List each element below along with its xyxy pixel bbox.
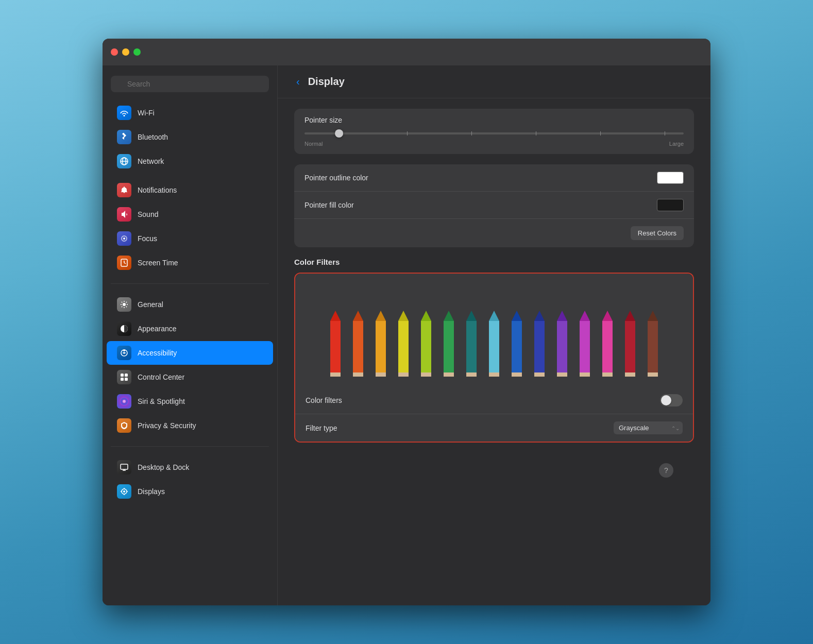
pencil-purple-body bbox=[557, 321, 567, 372]
sidebar-item-wifi[interactable]: Wi-Fi bbox=[107, 101, 273, 125]
pencil-green bbox=[438, 311, 460, 377]
bottom-bar: ? bbox=[294, 453, 694, 488]
svg-line-5 bbox=[124, 263, 126, 264]
filter-type-label: Filter type bbox=[306, 424, 614, 432]
pencil-blue-ferrule bbox=[512, 372, 522, 377]
pencil-indigo bbox=[529, 311, 550, 377]
search-container: 🔍 bbox=[103, 72, 277, 100]
sidebar-item-notifications[interactable]: Notifications bbox=[107, 178, 273, 202]
pointer-outline-color-swatch[interactable] bbox=[657, 172, 684, 184]
svg-rect-15 bbox=[125, 378, 128, 381]
sidebar-item-controlcenter[interactable]: Control Center bbox=[107, 365, 273, 389]
svg-rect-13 bbox=[125, 374, 128, 377]
accessibility-label: Accessibility bbox=[138, 349, 177, 357]
pencil-magenta-body bbox=[580, 321, 590, 372]
pencil-red-ferrule bbox=[330, 372, 341, 377]
pencil-teal-body bbox=[466, 321, 477, 372]
pencil-orange bbox=[347, 311, 369, 377]
pointer-fill-row: Pointer fill color bbox=[294, 192, 694, 219]
sidebar-item-general[interactable]: General bbox=[107, 293, 273, 316]
pointer-size-card: Pointer size bbox=[294, 109, 694, 154]
pointer-colors-card: Pointer outline color Pointer fill color… bbox=[294, 164, 694, 247]
minimize-button[interactable] bbox=[122, 48, 129, 56]
pencil-magenta bbox=[574, 311, 596, 377]
reset-colors-button[interactable]: Reset Colors bbox=[631, 226, 684, 240]
bluetooth-label: Bluetooth bbox=[138, 133, 168, 141]
sidebar-item-sound[interactable]: Sound bbox=[107, 202, 273, 226]
screentime-icon bbox=[117, 256, 131, 270]
pointer-fill-control bbox=[657, 199, 684, 211]
pencil-green-tip bbox=[444, 311, 454, 321]
wifi-icon bbox=[117, 106, 131, 120]
pencil-orange-tip bbox=[353, 311, 363, 321]
pencil-dr-ferrule bbox=[625, 372, 635, 377]
toggle-thumb bbox=[661, 395, 671, 405]
pencil-orange-body bbox=[353, 321, 363, 372]
pencil-yo-ferrule bbox=[376, 372, 386, 377]
sidebar-separator-1 bbox=[111, 283, 269, 284]
svg-point-6 bbox=[123, 303, 126, 306]
sidebar-item-privacy[interactable]: Privacy & Security bbox=[107, 414, 273, 437]
siri-icon bbox=[117, 394, 131, 409]
pencil-lb-body bbox=[489, 321, 499, 372]
search-wrapper: 🔍 bbox=[111, 76, 269, 92]
pencil-purple-ferrule bbox=[557, 372, 567, 377]
slider-track bbox=[304, 132, 684, 134]
screentime-label: Screen Time bbox=[138, 259, 178, 267]
pencil-brown-body bbox=[648, 321, 658, 372]
pencil-yellow-tip bbox=[398, 311, 409, 321]
sidebar-item-bluetooth[interactable]: Bluetooth bbox=[107, 125, 273, 149]
sidebar-item-accessibility[interactable]: Accessibility bbox=[107, 341, 273, 365]
filter-type-select[interactable]: Grayscale Red/Green Filter Green/Red Fil… bbox=[614, 421, 683, 434]
network-icon bbox=[117, 154, 131, 168]
back-button[interactable]: ‹ bbox=[294, 74, 302, 90]
pencil-orange-ferrule bbox=[353, 372, 363, 377]
pointer-fill-color-swatch[interactable] bbox=[657, 199, 684, 211]
search-input[interactable] bbox=[111, 76, 269, 92]
filter-type-select-wrapper: Grayscale Red/Green Filter Green/Red Fil… bbox=[614, 421, 683, 434]
sidebar-item-siri[interactable]: Siri & Spotlight bbox=[107, 389, 273, 413]
pencil-yellow-body bbox=[398, 321, 409, 372]
sidebar-item-desktop[interactable]: Desktop & Dock bbox=[107, 455, 273, 479]
help-button[interactable]: ? bbox=[659, 463, 673, 478]
color-filters-card: Color filters Filter type bbox=[294, 273, 694, 443]
svg-rect-14 bbox=[121, 378, 124, 381]
slider-thumb[interactable] bbox=[335, 129, 343, 138]
sidebar-item-focus[interactable]: Focus bbox=[107, 227, 273, 250]
general-icon bbox=[117, 297, 131, 312]
pointer-size-label: Pointer size bbox=[304, 116, 684, 124]
sidebar-item-displays[interactable]: Displays bbox=[107, 480, 273, 503]
filter-type-control: Grayscale Red/Green Filter Green/Red Fil… bbox=[614, 421, 683, 434]
sidebar-item-network[interactable]: Network bbox=[107, 149, 273, 173]
sidebar-separator-2 bbox=[111, 446, 269, 447]
color-filters-label: Color filters bbox=[306, 396, 660, 404]
accessibility-icon bbox=[117, 346, 131, 360]
sidebar-item-screentime[interactable]: Screen Time bbox=[107, 251, 273, 275]
pencil-brown-tip bbox=[648, 311, 658, 321]
pencil-teal-tip bbox=[466, 311, 477, 321]
pencil-darkred bbox=[619, 311, 641, 377]
pencil-dr-body bbox=[625, 321, 635, 372]
sidebar-item-appearance[interactable]: Appearance bbox=[107, 317, 273, 341]
pencil-blue-tip bbox=[512, 311, 522, 321]
pencil-yg-ferrule bbox=[421, 372, 431, 377]
color-filters-toggle[interactable] bbox=[660, 394, 683, 406]
maximize-button[interactable] bbox=[133, 48, 141, 56]
sound-label: Sound bbox=[138, 210, 158, 218]
pencil-yg-tip bbox=[421, 311, 431, 321]
network-label: Network bbox=[138, 157, 164, 165]
pencil-red bbox=[325, 311, 346, 377]
pencil-pink-tip bbox=[602, 311, 613, 321]
pencil-purple-tip bbox=[557, 311, 567, 321]
pencil-yo-tip bbox=[376, 311, 386, 321]
color-filters-control bbox=[660, 394, 683, 406]
svg-rect-17 bbox=[121, 464, 128, 469]
titlebar bbox=[103, 39, 710, 65]
pencil-teal-ferrule bbox=[466, 372, 477, 377]
slider-labels: Normal Large bbox=[304, 141, 684, 147]
close-button[interactable] bbox=[111, 48, 118, 56]
pencil-yellow-orange bbox=[370, 311, 392, 377]
pointer-size-slider-container: Normal Large bbox=[304, 128, 684, 147]
pencil-green-body bbox=[444, 321, 454, 372]
pencil-red-body bbox=[330, 321, 341, 372]
